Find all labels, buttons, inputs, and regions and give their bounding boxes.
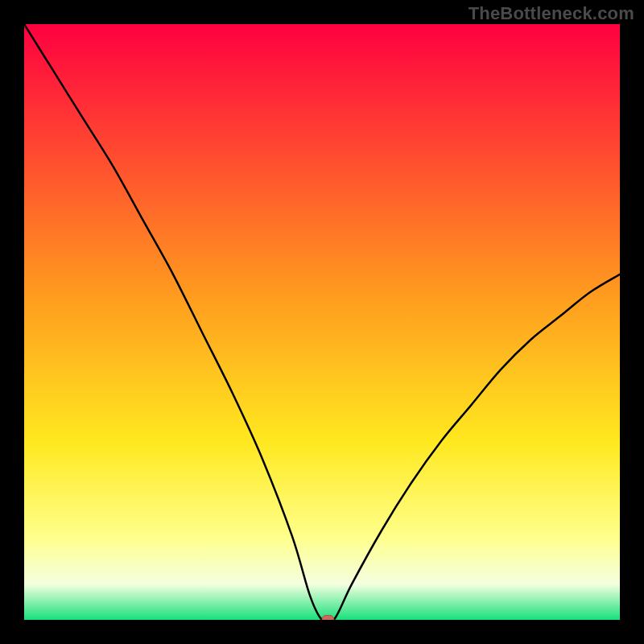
watermark-text: TheBottleneck.com [469,3,634,24]
chart-frame: TheBottleneck.com [0,0,644,644]
plot-area [24,24,620,620]
gradient-background [24,24,620,620]
chart-svg [24,24,620,620]
optimum-marker [322,615,334,620]
